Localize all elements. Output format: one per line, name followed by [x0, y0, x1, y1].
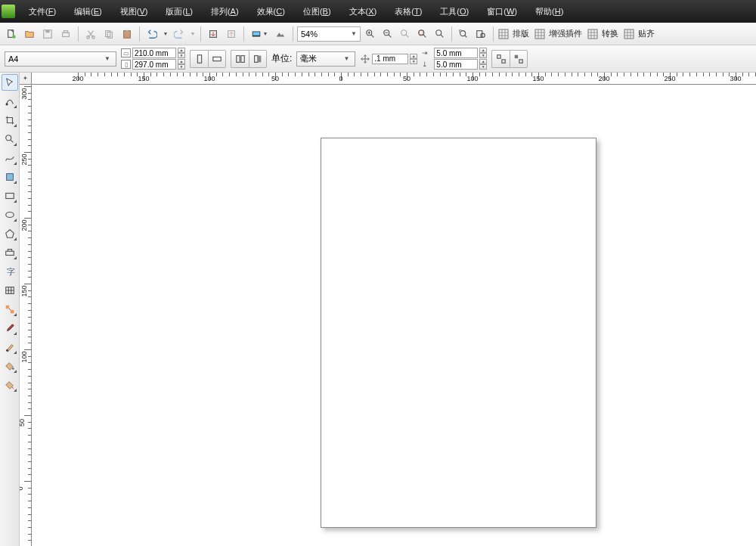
outline-tool[interactable] — [2, 339, 18, 355]
svg-rect-47 — [5, 306, 8, 309]
print-button[interactable] — [57, 26, 74, 42]
import-button[interactable] — [205, 26, 222, 42]
nudge-icon — [360, 54, 370, 64]
shape-tool[interactable] — [2, 93, 18, 110]
convert-group[interactable]: 转换 — [587, 28, 618, 40]
zoom-all-button[interactable] — [414, 26, 431, 42]
menu-l[interactable]: 版面(L) — [156, 0, 201, 23]
snap-objects-button[interactable] — [491, 50, 510, 68]
menu-a[interactable]: 排列(A) — [202, 0, 248, 23]
plugin-group[interactable]: 增强插件 — [534, 28, 582, 40]
zoom-tool[interactable] — [2, 131, 18, 147]
svg-rect-11 — [125, 29, 129, 32]
eyedropper-tool[interactable] — [2, 320, 18, 337]
workspace: 字 ✦ 20015010050050100150200250300 300250… — [0, 73, 756, 546]
svg-point-22 — [460, 30, 466, 36]
layout-group[interactable]: 排版 — [497, 28, 529, 40]
preview-button[interactable] — [472, 26, 489, 42]
undo-dropdown[interactable]: ▼ — [162, 26, 169, 42]
menu-b[interactable]: 位图(B) — [294, 0, 340, 23]
svg-rect-26 — [535, 29, 544, 39]
redo-button[interactable] — [171, 26, 187, 42]
all-pages-button[interactable] — [231, 50, 249, 68]
welcome-button[interactable] — [272, 26, 289, 42]
menu-h[interactable]: 帮助(H) — [526, 0, 572, 23]
canvas-area[interactable] — [32, 85, 756, 546]
publish-button[interactable]: ▼ — [248, 26, 271, 42]
orientation-toggle — [190, 50, 226, 68]
portrait-button[interactable] — [190, 50, 208, 68]
svg-rect-39 — [5, 104, 8, 106]
fullscreen-button[interactable] — [455, 26, 472, 42]
basic-shapes-tool[interactable] — [2, 244, 18, 261]
menu-w[interactable]: 窗口(W) — [478, 0, 526, 23]
rectangle-tool[interactable] — [2, 188, 18, 204]
vertical-ruler[interactable]: 300250200150100500 — [20, 85, 32, 546]
copy-button[interactable] — [101, 26, 117, 42]
landscape-button[interactable] — [208, 50, 226, 68]
dup-x-icon: ⇥ — [422, 49, 432, 57]
dup-x-input[interactable]: 5.0 mm — [434, 48, 478, 58]
menu-x[interactable]: 文本(X) — [340, 0, 386, 23]
freehand-tool[interactable] — [2, 150, 18, 166]
interactive-fill-tool[interactable] — [2, 377, 18, 393]
nudge-group: .1 mm ▲▼ — [360, 54, 417, 64]
unit-value: 毫米 — [300, 53, 317, 64]
current-page-button[interactable] — [249, 50, 267, 68]
text-tool[interactable]: 字 — [2, 263, 18, 280]
menu-v[interactable]: 视图(V) — [111, 0, 157, 23]
nudge-input[interactable]: .1 mm — [372, 54, 408, 64]
page-height-input[interactable]: 297.0 mm — [132, 59, 176, 70]
open-button[interactable] — [21, 26, 38, 42]
export-button[interactable] — [223, 26, 240, 42]
polygon-tool[interactable] — [2, 225, 18, 242]
zoom-combo[interactable]: 54% ▼ — [297, 26, 361, 42]
fill-tool[interactable] — [2, 358, 18, 374]
page — [321, 138, 596, 528]
height-spinner[interactable]: ▲▼ — [178, 59, 185, 70]
duplicate-offset: ⇥ 5.0 mm ▲▼ ⤓ 5.0 mm ▲▼ — [422, 48, 487, 70]
dupx-spinner[interactable]: ▲▼ — [479, 48, 487, 58]
svg-rect-20 — [420, 30, 423, 34]
svg-rect-34 — [258, 55, 261, 62]
svg-rect-29 — [197, 54, 201, 63]
new-button[interactable] — [3, 26, 20, 42]
dupy-spinner[interactable]: ▲▼ — [479, 59, 487, 70]
paste-button[interactable] — [119, 26, 135, 42]
dup-y-input[interactable]: 5.0 mm — [434, 59, 478, 70]
undo-button[interactable] — [144, 26, 160, 42]
unit-combo[interactable]: 毫米 ▼ — [296, 51, 355, 67]
ruler-origin[interactable]: ✦ — [20, 73, 32, 85]
nudge-spinner[interactable]: ▲▼ — [410, 54, 417, 64]
svg-point-24 — [481, 33, 485, 37]
standard-toolbar: ▼ ▼ ▼ 54% ▼ 排版增强插件转换贴齐 — [0, 23, 756, 45]
svg-rect-5 — [64, 30, 67, 33]
menu-c[interactable]: 效果(C) — [248, 0, 294, 23]
page-width-input[interactable]: 210.0 mm — [132, 48, 176, 58]
table-tool[interactable] — [2, 282, 18, 299]
toolbox: 字 — [0, 73, 20, 546]
menu-f[interactable]: 文件(F) — [20, 0, 65, 23]
ellipse-tool[interactable] — [2, 206, 18, 223]
menu-t[interactable]: 表格(T) — [386, 0, 431, 23]
zoom-page-button[interactable] — [432, 26, 448, 42]
cut-button[interactable] — [82, 26, 99, 42]
zoom-value: 54% — [301, 29, 318, 39]
snap-group[interactable]: 贴齐 — [623, 28, 655, 40]
zoom-selection-button[interactable] — [397, 26, 414, 42]
zoom-in-button[interactable] — [362, 26, 379, 42]
save-button[interactable] — [39, 26, 56, 42]
zoom-out-button[interactable] — [380, 26, 396, 42]
treat-as-filled-button[interactable] — [510, 50, 528, 68]
horizontal-ruler[interactable]: 20015010050050100150200250300 — [20, 73, 756, 85]
redo-dropdown[interactable]: ▼ — [189, 26, 197, 42]
width-spinner[interactable]: ▲▼ — [178, 48, 185, 58]
crop-tool[interactable] — [2, 112, 18, 129]
menu-o[interactable]: 工具(O) — [431, 0, 478, 23]
paper-size-combo[interactable]: A4 ▼ — [5, 51, 116, 67]
pick-tool[interactable] — [2, 74, 18, 91]
dimension-tool[interactable] — [2, 301, 18, 318]
menu-e[interactable]: 编辑(E) — [65, 0, 111, 23]
smart-fill-tool[interactable] — [2, 169, 18, 185]
paper-size-value: A4 — [8, 54, 18, 64]
